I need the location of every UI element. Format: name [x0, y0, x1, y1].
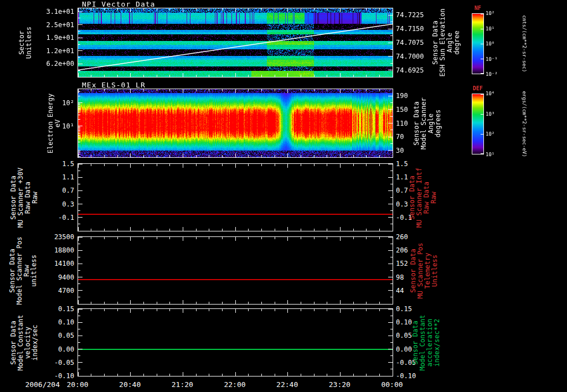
- x-tick: [130, 227, 131, 231]
- y-tick: [78, 102, 83, 103]
- x-tick: [261, 75, 262, 77]
- x-tick: [117, 8, 118, 11]
- y-tick-label: 4700: [33, 287, 74, 295]
- x-tick: [117, 374, 118, 376]
- x-tick: [183, 73, 183, 77]
- x-tick: [222, 309, 223, 311]
- x-tick: [130, 164, 131, 168]
- x-tick: [393, 237, 393, 241]
- y-tick: [78, 322, 83, 323]
- y-tick: [388, 204, 393, 204]
- x-tick: [287, 164, 288, 168]
- y-minor-tick: [390, 197, 393, 198]
- y-minor-tick: [390, 22, 393, 22]
- x-tick: [379, 237, 380, 239]
- x-tick: [393, 227, 393, 231]
- x-tick: [248, 89, 249, 91]
- x-tick: [275, 374, 275, 376]
- y-minor-tick: [78, 128, 80, 128]
- x-tick: [209, 164, 209, 166]
- y-tick: [388, 56, 393, 56]
- y-tick-label: -0.10: [33, 372, 74, 380]
- colorbar-NF: [472, 13, 484, 74]
- x-tick: [235, 8, 236, 12]
- x-tick: [366, 155, 367, 157]
- y-minor-tick: [78, 135, 80, 136]
- y-minor-tick: [78, 154, 80, 154]
- x-tick: [340, 309, 341, 313]
- x-tick: [143, 155, 144, 157]
- x-tick: [287, 89, 288, 93]
- colorbar-units-NF: cnts/(cm**2-sr-sec): [522, 16, 527, 73]
- x-tick: [157, 237, 157, 239]
- colorbar-units-DEF: ergs/(cm**2-sr-sec-eV): [522, 91, 527, 157]
- x-tick: [261, 164, 262, 166]
- y-tick-label: 3.1e+01: [33, 8, 74, 16]
- x-tick: [130, 237, 131, 241]
- y-minor-tick: [78, 138, 80, 138]
- colorbar-tick: [481, 73, 483, 74]
- colorbar-gradient-DEF: [472, 94, 483, 154]
- y-tick-label: 1.1: [33, 173, 74, 181]
- y-tick-label: 0.7: [33, 187, 74, 194]
- x-tick: [157, 164, 157, 166]
- y-tick: [388, 177, 393, 178]
- x-tick: [196, 75, 197, 77]
- colorbar-tick: [481, 94, 483, 95]
- y-tick: [78, 38, 83, 38]
- x-tick: [275, 155, 275, 157]
- x-tick: [222, 75, 223, 77]
- x-tick: [104, 155, 105, 157]
- right-axis-title-npi: Sensor Data ESH Sun Elevation Angle degr…: [432, 9, 461, 77]
- x-tick: [157, 89, 157, 91]
- x-tick: [393, 153, 393, 157]
- x-tick-label: 00:00: [374, 380, 410, 389]
- left-axis-title-model_constant_velocity: Sensor Data Model Constant velocity inde…: [10, 314, 39, 370]
- x-tick: [209, 89, 209, 91]
- x-tick: [353, 164, 354, 166]
- x-tick: [248, 229, 249, 231]
- y-minor-tick: [390, 257, 393, 257]
- x-tick: [327, 75, 327, 77]
- panel-model_scanner_pos: [78, 236, 393, 305]
- x-tick: [130, 372, 131, 376]
- x-tick: [104, 237, 105, 239]
- x-tick: [287, 227, 288, 231]
- y-minor-tick: [390, 102, 393, 103]
- x-tick: [169, 155, 170, 157]
- x-tick: [209, 302, 209, 304]
- x-tick: [327, 229, 327, 231]
- x-tick: [327, 302, 327, 304]
- x-tick: [104, 89, 105, 91]
- y-minor-tick: [78, 44, 80, 45]
- x-tick: [104, 302, 105, 304]
- colorbar-tick-label: 10⁰: [486, 41, 494, 47]
- x-tick: [143, 8, 144, 11]
- y-tick: [78, 336, 83, 336]
- y-tick: [78, 190, 83, 191]
- x-tick: [222, 374, 223, 376]
- x-tick: [340, 89, 341, 93]
- x-tick: [379, 155, 380, 157]
- x-tick: [287, 300, 288, 304]
- y-minor-tick: [78, 133, 80, 133]
- y-minor-tick: [78, 270, 80, 271]
- panel-npi: [78, 8, 393, 78]
- x-tick: [287, 309, 288, 313]
- x-tick: [366, 237, 367, 239]
- x-tick: [314, 229, 315, 231]
- x-tick: [287, 8, 288, 12]
- y-minor-tick: [78, 329, 80, 329]
- x-tick: [235, 227, 236, 231]
- y-tick-label: -0.05: [33, 359, 74, 367]
- x-tick: [209, 309, 209, 311]
- y-tick: [78, 64, 83, 64]
- panel-model_constant_velocity: [78, 308, 393, 376]
- x-tick: [235, 73, 236, 77]
- y-tick: [388, 362, 393, 363]
- colorbar-tick-label: 10³: [486, 111, 494, 117]
- x-tick: [130, 309, 131, 313]
- x-tick: [235, 153, 236, 157]
- x-tick: [78, 237, 79, 241]
- y-minor-tick: [78, 316, 80, 316]
